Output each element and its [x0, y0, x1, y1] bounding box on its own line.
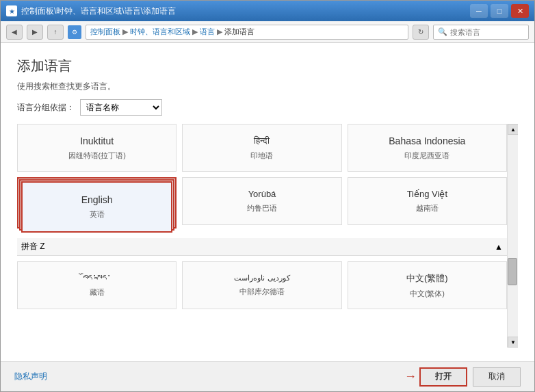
lang-zh-tibetan: 藏语: [90, 287, 105, 298]
breadcrumb-cp[interactable]: 控制面板: [90, 27, 120, 37]
red-arrow-icon: →: [404, 369, 417, 384]
section-header-pinyin-z: 拼音 Z ▲: [17, 238, 507, 256]
breadcrumb-clocks[interactable]: 时钟、语言和区域: [130, 27, 190, 37]
window: ★ 控制面板\时钟、语言和区域\语言\添加语言 ─ □ ✕ ◀ ▶ ↑ ⚙ 控制…: [0, 0, 535, 392]
lang-item-chinese-traditional[interactable]: 中文(繁體) 中文(繁体): [348, 261, 507, 309]
sep1: ▶: [122, 27, 128, 36]
breadcrumb-addlang: 添加语言: [224, 27, 255, 37]
content-area: 添加语言 使用搜索框查找更多语言。 语言分组依据： 语言名称 脚本 区域 ▲ ▼: [1, 43, 534, 361]
sort-label: 语言分组依据：: [17, 102, 75, 114]
lang-zh-text: 因纽特语(拉丁语): [68, 151, 126, 161]
lang-zh-yoruba: 约鲁巴语: [247, 203, 277, 213]
lang-row-bottom: བོད་སྐད་ 藏语 كوردیی ناوەراست 中部库尔德语 中文(繁體…: [17, 261, 507, 309]
search-bar: 🔍: [433, 25, 529, 40]
cp-icon: ⚙: [68, 25, 81, 39]
title-bar-left: ★ 控制面板\时钟、语言和区域\语言\添加语言: [6, 5, 176, 17]
lang-item-english[interactable]: English 英语: [21, 181, 172, 233]
minimize-button[interactable]: ─: [470, 4, 488, 18]
lang-item-indonesian[interactable]: Bahasa Indonesia 印度尼西亚语: [348, 124, 507, 172]
sort-row: 语言分组依据： 语言名称 脚本 区域: [17, 99, 518, 116]
footer-buttons: → 打开 取消: [404, 367, 521, 387]
lang-zh-text: 印地语: [250, 151, 273, 161]
page-title: 添加语言: [17, 57, 518, 75]
lang-grid-container: ▲ ▼ Inuktitut 因纽特语(拉丁语) हिन्दी 印地语: [17, 124, 518, 348]
sep2: ▶: [192, 27, 198, 36]
title-bar-controls: ─ □ ✕: [470, 4, 529, 18]
scrollbar-track: ▲ ▼: [507, 124, 518, 348]
lang-native-vietnamese: Tiếng Việt: [407, 189, 447, 199]
scrollbar-thumb[interactable]: [508, 258, 517, 285]
forward-button[interactable]: ▶: [27, 25, 43, 40]
lang-native-text: Bahasa Indonesia: [389, 135, 465, 146]
lang-item-tibetan[interactable]: བོད་སྐད་ 藏语: [17, 261, 177, 309]
footer: 隐私声明 → 打开 取消: [1, 361, 534, 391]
lang-zh-kurdish: 中部库尔德语: [239, 287, 285, 297]
open-button-container: → 打开: [404, 367, 467, 387]
lang-item-english-wrapper: English 英语: [17, 177, 177, 233]
sep3: ▶: [217, 27, 222, 36]
breadcrumb-lang[interactable]: 语言: [200, 27, 215, 37]
lang-name-english: English: [81, 194, 113, 205]
maximize-button[interactable]: □: [491, 4, 508, 18]
page-subtitle: 使用搜索框查找更多语言。: [17, 81, 518, 92]
search-icon: 🔍: [438, 27, 447, 36]
title-bar: ★ 控制面板\时钟、语言和区域\语言\添加语言 ─ □ ✕: [1, 1, 534, 21]
lang-zh-cht: 中文(繁体): [410, 289, 445, 299]
lang-native-yoruba: Yorùbá: [248, 189, 276, 199]
lang-zh-english: 英语: [90, 209, 105, 220]
chevron-up-icon[interactable]: ▲: [495, 242, 503, 252]
lang-item-yoruba[interactable]: Yorùbá 约鲁巴语: [182, 177, 341, 225]
lang-native-text: Inuktitut: [80, 135, 114, 146]
lang-item-inuktitut-latin[interactable]: Inuktitut 因纽特语(拉丁语): [17, 124, 177, 172]
privacy-link[interactable]: 隐私声明: [14, 371, 47, 382]
search-input[interactable]: [450, 28, 519, 36]
sort-select[interactable]: 语言名称 脚本 区域: [80, 99, 162, 116]
refresh-button[interactable]: ↻: [413, 25, 429, 40]
section-label-pinyin-z: 拼音 Z: [21, 241, 45, 252]
back-button[interactable]: ◀: [6, 25, 23, 40]
breadcrumb: 控制面板 ▶ 时钟、语言和区域 ▶ 语言 ▶ 添加语言: [86, 25, 408, 40]
scroll-up-button[interactable]: ▲: [508, 124, 518, 135]
cancel-button[interactable]: 取消: [473, 367, 521, 387]
address-bar: ◀ ▶ ↑ ⚙ 控制面板 ▶ 时钟、语言和区域 ▶ 语言 ▶ 添加语言 ↻ 🔍: [1, 21, 534, 43]
lang-native-text: हिन्दी: [254, 135, 270, 146]
lang-native-cht: 中文(繁體): [406, 272, 448, 285]
lang-item-hindi[interactable]: हिन्दी 印地语: [182, 124, 341, 172]
lang-zh-text: 印度尼西亚语: [404, 151, 449, 161]
lang-item-kurdish[interactable]: كوردیی ناوەراست 中部库尔德语: [182, 261, 341, 309]
window-title: 控制面板\时钟、语言和区域\语言\添加语言: [21, 5, 176, 17]
up-button[interactable]: ↑: [47, 25, 64, 40]
lang-native-tibetan: བོད་སྐད་: [83, 273, 112, 283]
lang-native-kurdish: كوردیی ناوەراست: [234, 274, 289, 283]
lang-zh-vietnamese: 越南语: [416, 203, 439, 213]
open-button[interactable]: 打开: [419, 367, 467, 387]
lang-item-vietnamese[interactable]: Tiếng Việt 越南语: [348, 177, 507, 225]
window-icon: ★: [6, 5, 17, 16]
scroll-down-button[interactable]: ▼: [508, 337, 518, 348]
close-button[interactable]: ✕: [511, 4, 529, 18]
